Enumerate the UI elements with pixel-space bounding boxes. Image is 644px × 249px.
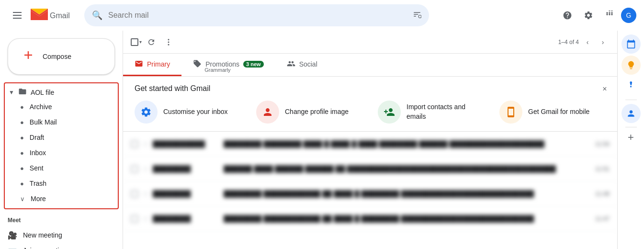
folder-icon: ● <box>20 119 24 126</box>
customise-icon <box>135 101 158 124</box>
table-row[interactable]: ☆ ████████ ████████ ████████████ ██ ████… <box>123 206 617 231</box>
keyboard-icon: ⌨️ <box>8 246 17 249</box>
settings-button[interactable] <box>579 6 598 25</box>
table-row[interactable]: ☆ ████████ ██████ ████ ██████ ██████ ██ … <box>123 157 617 181</box>
email-time: 11:47 <box>595 215 610 222</box>
email-time: 11:49 <box>595 191 610 197</box>
svg-point-8 <box>168 39 169 40</box>
gmail-logo: Gmail <box>31 9 73 22</box>
search-input[interactable] <box>108 11 407 20</box>
aol-label: AOL file <box>31 89 54 96</box>
next-page-button[interactable]: › <box>596 35 610 49</box>
profile-icon <box>256 101 279 124</box>
select-all-checkbox[interactable]: ▾ <box>131 38 142 46</box>
sidebar-item-archive[interactable]: ● Archive <box>5 99 118 114</box>
trash-label: Trash <box>30 180 46 187</box>
import-text: Import contacts and emails <box>407 102 484 121</box>
folder-icon: ● <box>20 103 24 111</box>
svg-rect-0 <box>13 12 22 13</box>
main-content: ▾ 1–4 of 4 ‹ › Primary <box>123 31 617 249</box>
star-icon[interactable]: ☆ <box>142 214 149 223</box>
search-filter-icon[interactable] <box>413 10 421 20</box>
star-icon[interactable]: ☆ <box>142 189 149 198</box>
svg-text:Gmail: Gmail <box>50 11 70 20</box>
avatar[interactable]: G <box>621 8 636 23</box>
email-subject: ████████ ████████████ ██ ████ █ ████████… <box>224 215 591 223</box>
more-label: More <box>31 195 46 203</box>
prev-page-button[interactable]: ‹ <box>581 35 594 49</box>
hamburger-button[interactable] <box>8 6 27 25</box>
import-icon <box>378 101 401 124</box>
checkbox-chevron-icon[interactable]: ▾ <box>139 39 142 45</box>
gs-item-mobile[interactable]: Get Gmail for mobile <box>499 101 606 124</box>
help-button[interactable] <box>558 6 577 25</box>
add-apps-button[interactable]: + <box>628 131 634 144</box>
new-meeting-item[interactable]: 🎥 New meeting <box>8 227 115 243</box>
mobile-icon <box>499 101 522 124</box>
sidebar-item-draft[interactable]: ● Draft <box>5 130 118 145</box>
refresh-button[interactable] <box>144 34 159 50</box>
svg-rect-1 <box>13 15 22 16</box>
sidebar-item-sent[interactable]: ● Sent <box>5 160 118 176</box>
svg-rect-2 <box>13 18 22 19</box>
keep-icon[interactable] <box>621 56 641 75</box>
email-sender: ████████ <box>153 190 220 198</box>
apps-button[interactable] <box>600 6 619 25</box>
sidebar-item-bulk-mail[interactable]: ● Bulk Mail <box>5 114 118 130</box>
compose-label: Compose <box>43 53 71 60</box>
sidebar-divider-2 <box>625 127 637 127</box>
table-row[interactable]: ☆ ███████████ ████████ ████████ ████ █ █… <box>123 132 617 157</box>
email-subject: ██████ ████ ██████ ██████ ██ ███████████… <box>224 165 591 173</box>
tabs-bar: Primary Promotions 3 new Grammarly Socia… <box>123 54 617 77</box>
row-checkbox[interactable] <box>131 215 138 223</box>
compose-plus-icon <box>20 46 37 67</box>
table-row[interactable]: ☆ ████████ ████████ ████████████ ██ ████… <box>123 181 617 206</box>
email-subject: ████████ ████████ ████ █ ████ █ ████ ███… <box>224 140 591 148</box>
row-checkbox[interactable] <box>131 165 138 173</box>
search-bar: 🔍 <box>84 4 429 26</box>
tab-promotions[interactable]: Promotions 3 new Grammarly <box>181 54 275 76</box>
sidebar-item-inbox[interactable]: ● Inbox <box>5 145 118 160</box>
gs-item-import[interactable]: Import contacts and emails <box>378 101 484 124</box>
draft-label: Draft <box>30 134 44 141</box>
toolbar: ▾ 1–4 of 4 ‹ › <box>123 31 617 54</box>
banner-close-button[interactable]: × <box>598 82 611 96</box>
tab-social[interactable]: Social <box>275 54 329 76</box>
pagination-nav: ‹ › <box>581 35 610 49</box>
folder-icon: ● <box>20 165 24 172</box>
customise-text: Customise your inbox <box>163 107 228 117</box>
aol-header[interactable]: ▼ AOL file <box>5 85 118 99</box>
promotions-tab-icon <box>193 59 202 69</box>
folder-icon: ● <box>20 134 24 141</box>
more-options-button[interactable] <box>161 34 176 50</box>
archive-label: Archive <box>30 103 52 111</box>
gs-item-customise[interactable]: Customise your inbox <box>135 101 241 124</box>
mobile-text: Get Gmail for mobile <box>528 107 589 117</box>
join-meeting-label: Join a meeting <box>23 247 67 249</box>
contacts-icon[interactable] <box>621 104 641 123</box>
profile-text: Change profile image <box>285 107 349 117</box>
chevron-down-icon: ∨ <box>20 195 25 203</box>
social-tab-label: Social <box>299 60 317 68</box>
folder-icon: ● <box>20 149 24 157</box>
calendar-icon[interactable] <box>621 34 641 54</box>
tab-primary[interactable]: Primary <box>123 54 181 76</box>
tasks-icon[interactable] <box>621 77 641 96</box>
checkbox[interactable] <box>131 38 138 46</box>
new-meeting-label: New meeting <box>23 231 62 239</box>
compose-button[interactable]: Compose <box>8 38 115 75</box>
gs-item-profile[interactable]: Change profile image <box>256 101 362 124</box>
primary-tab-label: Primary <box>147 60 170 68</box>
email-list: ☆ ███████████ ████████ ████████ ████ █ █… <box>123 132 617 249</box>
row-checkbox[interactable] <box>131 140 138 148</box>
sidebar-item-trash[interactable]: ● Trash <box>5 176 118 191</box>
header-right: G <box>558 6 636 25</box>
star-icon[interactable]: ☆ <box>142 139 149 148</box>
row-checkbox[interactable] <box>131 190 138 198</box>
join-meeting-item[interactable]: ⌨️ Join a meeting <box>8 243 115 249</box>
pagination-text: 1–4 of 4 <box>558 39 579 45</box>
svg-point-10 <box>168 44 169 45</box>
sidebar-item-more[interactable]: ∨ More <box>5 191 118 206</box>
star-icon[interactable]: ☆ <box>142 164 149 173</box>
bulk-mail-label: Bulk Mail <box>30 118 57 126</box>
